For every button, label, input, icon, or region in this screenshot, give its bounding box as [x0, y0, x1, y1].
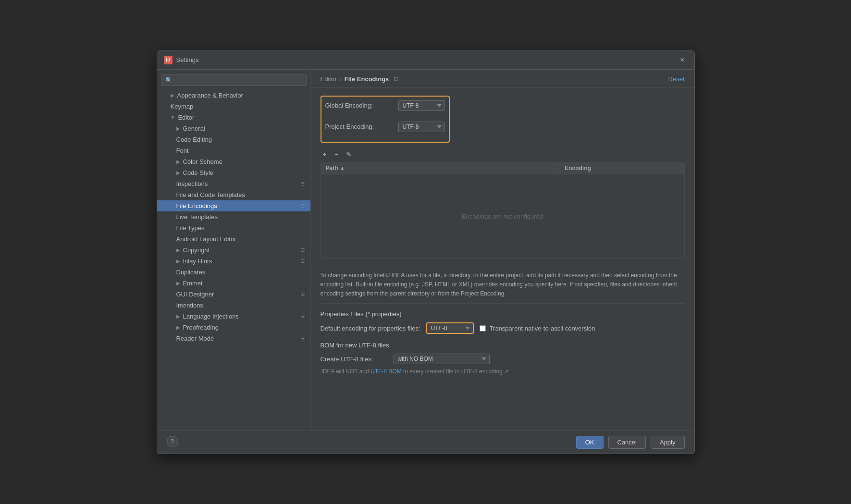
sidebar-item-font[interactable]: Font [157, 145, 310, 156]
default-encoding-row: Default encoding for properties files: U… [321, 322, 685, 334]
sidebar: ▶ Appearance & Behavior Keymap ▼ Editor … [157, 70, 311, 430]
default-encoding-label: Default encoding for properties files: [321, 325, 420, 332]
arrow-icon: ▶ [176, 247, 180, 253]
sidebar-item-file-encodings[interactable]: File Encodings ⊟ [157, 200, 310, 211]
project-encoding-select[interactable]: UTF-8 UTF-16 ISO-8859-1 [398, 122, 445, 132]
global-encoding-row: Global Encoding: UTF-8 UTF-16 ISO-8859-1 [325, 100, 445, 111]
add-button[interactable]: + [321, 149, 329, 159]
arrow-icon: ▶ [176, 170, 180, 175]
content-header: Editor › File Encodings ⊟ Reset [311, 70, 694, 88]
sidebar-item-label: Keymap [171, 103, 194, 110]
create-utf8-select[interactable]: with NO BOM with BOM with BOM (all platf… [394, 354, 490, 364]
sidebar-item-appearance[interactable]: ▶ Appearance & Behavior [157, 90, 310, 101]
help-button[interactable]: ? [167, 436, 178, 447]
ok-button[interactable]: OK [576, 436, 604, 449]
arrow-icon: ▶ [176, 314, 180, 319]
sidebar-item-intentions[interactable]: Intentions [157, 300, 310, 311]
transparent-row: Transparent native-to-ascii conversion [480, 325, 595, 332]
sidebar-item-android-layout[interactable]: Android Layout Editor [157, 234, 310, 245]
settings-icon: ⊟ [300, 335, 305, 342]
dialog-body: ▶ Appearance & Behavior Keymap ▼ Editor … [157, 70, 694, 430]
dialog-title: Settings [176, 56, 199, 63]
arrow-icon: ▶ [176, 126, 180, 131]
sidebar-item-color-scheme[interactable]: ▶ Color Scheme [157, 156, 310, 167]
settings-dialog: IJ Settings × ▶ Appearance & Behavior Ke… [157, 50, 695, 454]
encodings-table: Path ▲ Encoding Encodings are not config… [321, 162, 685, 259]
sidebar-item-inlay-hints[interactable]: ▶ Inlay Hints ⊟ [157, 256, 310, 267]
cancel-button[interactable]: Cancel [608, 436, 646, 449]
sidebar-item-label: Intentions [176, 302, 203, 309]
main-content: Editor › File Encodings ⊟ Reset Global E… [311, 70, 694, 430]
reset-button[interactable]: Reset [668, 75, 685, 83]
sidebar-item-label: Code Editing [176, 136, 212, 143]
properties-section-title: Properties Files (*.properties) [321, 310, 685, 318]
sidebar-item-label: Live Templates [176, 213, 218, 221]
sidebar-item-label: Code Style [183, 169, 214, 176]
content-body: Global Encoding: UTF-8 UTF-16 ISO-8859-1… [311, 88, 694, 430]
info-text: To change encoding IntelliJ IDEA uses fo… [321, 266, 685, 304]
settings-icon: ⊟ [300, 313, 305, 320]
sidebar-item-editor[interactable]: ▼ Editor [157, 112, 310, 123]
sidebar-item-reader-mode[interactable]: Reader Mode ⊟ [157, 333, 310, 344]
title-bar-left: IJ Settings [164, 56, 199, 64]
sidebar-item-label: File Encodings [176, 202, 217, 209]
apply-button[interactable]: Apply [651, 436, 685, 449]
settings-icon: ⊟ [300, 181, 305, 187]
sidebar-item-file-types[interactable]: File Types [157, 222, 310, 234]
sidebar-item-label: File Types [176, 224, 205, 232]
sidebar-item-file-code-templates[interactable]: File and Code Templates [157, 189, 310, 200]
arrow-icon: ▶ [176, 159, 180, 164]
dialog-footer: ? OK Cancel Apply [157, 430, 694, 454]
app-icon: IJ [164, 56, 173, 64]
bom-section: BOM for new UTF-8 files Create UTF-8 fil… [321, 342, 685, 375]
project-encoding-label: Project Encoding: [325, 123, 393, 130]
properties-section: Properties Files (*.properties) Default … [321, 310, 685, 334]
arrow-icon: ▶ [176, 281, 180, 286]
bom-section-title: BOM for new UTF-8 files [321, 342, 685, 349]
arrow-icon: ▼ [171, 115, 175, 120]
sidebar-item-copyright[interactable]: ▶ Copyright ⊟ [157, 245, 310, 256]
sidebar-item-live-templates[interactable]: Live Templates [157, 211, 310, 222]
sidebar-item-label: Proofreading [183, 324, 219, 331]
sidebar-item-language-injections[interactable]: ▶ Language Injections ⊟ [157, 311, 310, 322]
sidebar-item-code-style[interactable]: ▶ Code Style [157, 167, 310, 178]
sidebar-item-label: Language Injections [183, 313, 239, 320]
sidebar-item-keymap[interactable]: Keymap [157, 101, 310, 112]
transparent-label: Transparent native-to-ascii conversion [490, 325, 595, 332]
transparent-checkbox[interactable] [480, 325, 486, 332]
remove-button[interactable]: − [332, 149, 341, 159]
settings-icon: ⊟ [300, 258, 305, 264]
settings-icon: ⊟ [300, 203, 305, 209]
settings-icon: ⊟ [300, 247, 305, 253]
sidebar-item-inspections[interactable]: Inspections ⊟ [157, 178, 310, 189]
sidebar-item-emmet[interactable]: ▶ Emmet [157, 278, 310, 289]
sort-icon: ▲ [340, 165, 345, 171]
sidebar-item-label: General [183, 125, 205, 132]
sidebar-item-gui-designer[interactable]: GUI Designer ⊟ [157, 289, 310, 300]
project-encoding-row: Project Encoding: UTF-8 UTF-16 ISO-8859-… [325, 122, 445, 132]
sidebar-item-proofreading[interactable]: ▶ Proofreading [157, 322, 310, 333]
settings-icon: ⊟ [300, 291, 305, 297]
sidebar-item-general[interactable]: ▶ General [157, 123, 310, 134]
breadcrumb-parent: Editor [321, 75, 337, 83]
sidebar-item-label: Android Layout Editor [176, 235, 236, 243]
breadcrumb-separator: › [339, 75, 341, 83]
global-encoding-select[interactable]: UTF-8 UTF-16 ISO-8859-1 [398, 100, 445, 111]
table-header: Path ▲ Encoding [321, 162, 684, 174]
search-input[interactable] [161, 74, 307, 86]
sidebar-item-label: Copyright [183, 246, 210, 254]
sidebar-item-duplicates[interactable]: Duplicates [157, 267, 310, 278]
edit-button[interactable]: ✎ [344, 149, 354, 159]
idea-note: IDEA will NOT add UTF-8 BOM to every cre… [321, 368, 685, 375]
close-button[interactable]: × [677, 55, 687, 65]
properties-encoding-select[interactable]: UTF-8 UTF-16 ISO-8859-1 [426, 322, 474, 334]
sidebar-item-label: Font [176, 147, 189, 154]
create-utf8-label: Create UTF-8 files: [321, 356, 388, 363]
sidebar-item-label: Color Scheme [183, 158, 222, 165]
sidebar-item-label: GUI Designer [176, 291, 214, 298]
utf8-bom-link[interactable]: UTF-8 BOM [370, 368, 402, 375]
breadcrumb-icon: ⊟ [394, 76, 398, 82]
sidebar-item-code-editing[interactable]: Code Editing [157, 134, 310, 145]
sidebar-item-label: Inlay Hints [183, 258, 212, 265]
arrow-icon: ▶ [176, 325, 180, 330]
